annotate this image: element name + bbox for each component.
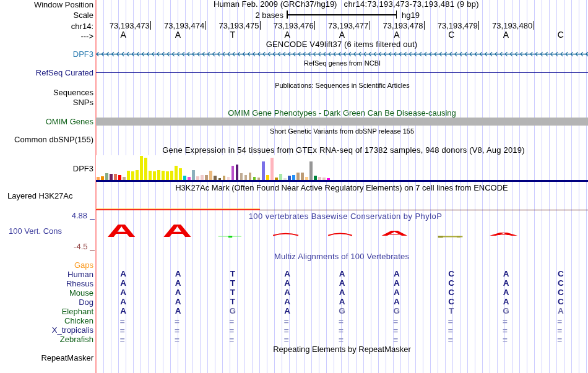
svg-text:A: A bbox=[381, 230, 409, 237]
svg-text:A: A bbox=[488, 231, 519, 236]
svg-text:A: A bbox=[107, 221, 137, 241]
svg-text:A: A bbox=[163, 221, 192, 241]
